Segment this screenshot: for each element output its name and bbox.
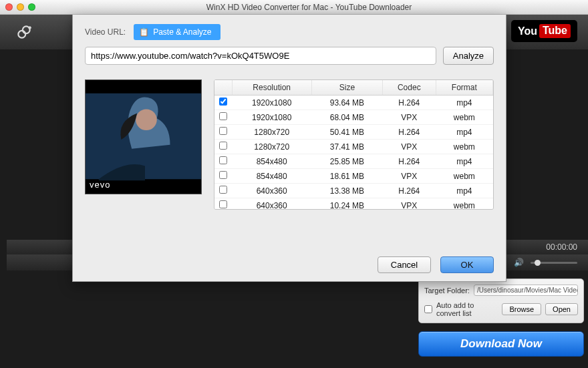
cell-resolution: 1280x720 <box>232 125 311 140</box>
open-button[interactable]: Open <box>545 303 578 315</box>
youtube-logo: You Tube <box>511 20 577 42</box>
link-icon[interactable] <box>8 16 40 48</box>
target-folder-path[interactable]: /Users/dinosaur/Movies/Mac Video Library <box>474 285 578 296</box>
window-title: WinX HD Video Converter for Mac - YouTub… <box>35 3 583 12</box>
cell-format: mp4 <box>436 184 492 198</box>
cell-size: 50.41 MB <box>311 125 382 140</box>
col-codec[interactable]: Codec <box>382 80 436 96</box>
table-row[interactable]: 640x36010.24 MBVPXwebm <box>214 198 493 210</box>
video-url-label: Video URL: <box>85 27 126 37</box>
titlebar: WinX HD Video Converter for Mac - YouTub… <box>0 0 588 15</box>
cell-codec: VPX <box>382 198 436 210</box>
youtube-text-you: You <box>518 25 537 37</box>
cell-resolution: 854x480 <box>232 169 311 184</box>
cell-format: webm <box>436 110 492 125</box>
cell-resolution: 1920x1080 <box>232 110 311 125</box>
formats-table[interactable]: Resolution Size Codec Format 1920x108093… <box>214 79 494 210</box>
cell-format: mp4 <box>436 125 492 140</box>
cell-format: webm <box>436 169 492 184</box>
volume-slider[interactable] <box>531 262 577 264</box>
cell-format: webm <box>436 198 492 210</box>
col-resolution[interactable]: Resolution <box>232 80 311 96</box>
cell-codec: VPX <box>382 169 436 184</box>
close-window-button[interactable] <box>5 3 13 11</box>
row-checkbox[interactable] <box>219 142 227 150</box>
cell-size: 37.41 MB <box>311 140 382 154</box>
cell-codec: H.264 <box>382 154 436 169</box>
youtube-text-tube: Tube <box>539 24 571 38</box>
row-checkbox[interactable] <box>219 127 227 135</box>
cell-format: webm <box>436 140 492 154</box>
cell-codec: H.264 <box>382 96 436 110</box>
paste-analyze-label: Paste & Analyze <box>153 27 211 37</box>
col-format[interactable]: Format <box>436 80 492 96</box>
cell-format: mp4 <box>436 96 492 110</box>
target-folder-label: Target Folder: <box>424 287 470 295</box>
video-thumbnail: vevo <box>85 79 202 194</box>
table-row[interactable]: 1920x108068.04 MBVPXwebm <box>214 110 493 125</box>
svg-point-6 <box>136 109 157 130</box>
analyze-button[interactable]: Analyze <box>443 47 494 65</box>
cell-size: 13.38 MB <box>311 184 382 198</box>
cell-resolution: 854x480 <box>232 154 311 169</box>
cell-size: 93.64 MB <box>311 96 382 110</box>
row-checkbox[interactable] <box>219 186 227 194</box>
table-row[interactable]: 640x36013.38 MBH.264mp4 <box>214 184 493 198</box>
video-url-input[interactable] <box>85 47 436 65</box>
download-now-button[interactable]: Download Now <box>418 331 584 357</box>
target-folder-panel: Target Folder: /Users/dinosaur/Movies/Ma… <box>418 279 584 323</box>
row-checkbox[interactable] <box>219 112 227 120</box>
svg-point-0 <box>18 31 25 38</box>
cell-resolution: 640x360 <box>232 184 311 198</box>
cell-resolution: 640x360 <box>232 198 311 210</box>
cell-resolution: 1920x1080 <box>232 96 311 110</box>
cell-size: 68.04 MB <box>311 110 382 125</box>
cell-codec: H.264 <box>382 125 436 140</box>
table-row[interactable]: 854x48025.85 MBH.264mp4 <box>214 154 493 169</box>
auto-add-checkbox[interactable] <box>424 305 432 313</box>
row-checkbox[interactable] <box>219 171 227 179</box>
playback-time: 00:00:00 <box>546 242 577 252</box>
cell-size: 25.85 MB <box>311 154 382 169</box>
table-row[interactable]: 1920x108093.64 MBH.264mp4 <box>214 96 493 110</box>
speaker-icon[interactable]: 🔊 <box>514 258 524 267</box>
table-row[interactable]: 1280x72050.41 MBH.264mp4 <box>214 125 493 140</box>
zoom-window-button[interactable] <box>28 3 35 11</box>
minimize-window-button[interactable] <box>17 3 24 11</box>
auto-add-label: Auto add to convert list <box>436 301 498 317</box>
youtube-analyze-dialog: Video URL: 📋 Paste & Analyze Analyze vev… <box>72 15 506 282</box>
col-size[interactable]: Size <box>311 80 382 96</box>
row-checkbox[interactable] <box>219 98 227 106</box>
clipboard-icon: 📋 <box>139 27 149 37</box>
cell-size: 10.24 MB <box>311 198 382 210</box>
table-row[interactable]: 854x48018.61 MBVPXwebm <box>214 169 493 184</box>
paste-analyze-button[interactable]: 📋 Paste & Analyze <box>134 24 220 40</box>
cell-codec: VPX <box>382 140 436 154</box>
row-checkbox[interactable] <box>219 200 227 208</box>
cell-codec: VPX <box>382 110 436 125</box>
row-checkbox[interactable] <box>219 156 227 164</box>
traffic-lights <box>5 3 35 11</box>
cell-format: mp4 <box>436 154 492 169</box>
table-row[interactable]: 1280x72037.41 MBVPXwebm <box>214 140 493 154</box>
cancel-button[interactable]: Cancel <box>378 256 431 273</box>
cell-resolution: 1280x720 <box>232 140 311 154</box>
ok-button[interactable]: OK <box>440 256 494 273</box>
vevo-watermark: vevo <box>90 180 110 190</box>
cell-size: 18.61 MB <box>311 169 382 184</box>
browse-button[interactable]: Browse <box>502 303 541 315</box>
cell-codec: H.264 <box>382 184 436 198</box>
